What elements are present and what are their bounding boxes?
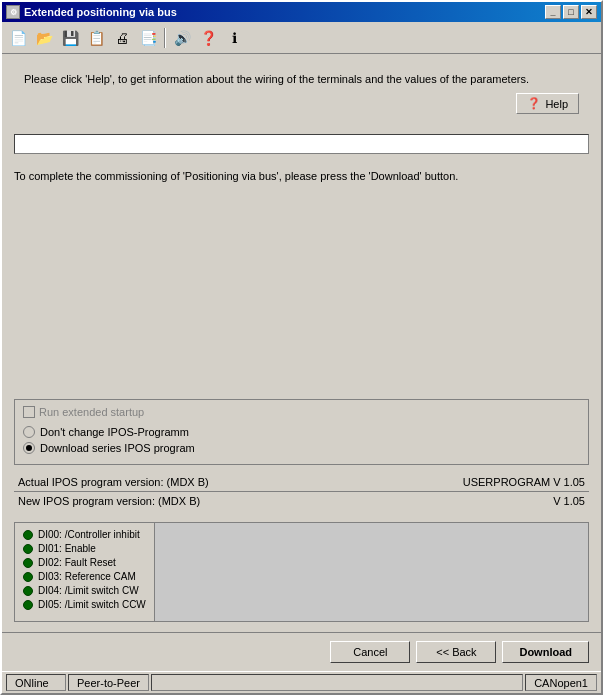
new-button[interactable]: 📄 <box>6 27 30 49</box>
radio-btn-1[interactable] <box>23 426 35 438</box>
help-icon: ❓ <box>527 97 541 110</box>
progress-area <box>14 134 589 154</box>
copy-button[interactable]: 📋 <box>84 27 108 49</box>
status-empty <box>151 674 523 691</box>
maximize-button[interactable]: □ <box>563 5 579 19</box>
led-3 <box>23 572 33 582</box>
radio-label-2: Download series IPOS program <box>40 442 195 454</box>
led-1 <box>23 544 33 554</box>
preview-button[interactable]: 📑 <box>136 27 160 49</box>
save-button[interactable]: 💾 <box>58 27 82 49</box>
status-online: ONline <box>6 674 66 691</box>
options-header: Run extended startup <box>23 406 580 418</box>
toolbar-separator <box>164 28 166 48</box>
radio-option-1[interactable]: Don't change IPOS-Programm <box>23 426 580 438</box>
info-panel: Please click 'Help', to get information … <box>14 64 589 122</box>
dio-panel: DI00: /Controller inhibit DI01: Enable D… <box>14 522 589 622</box>
commission-text: To complete the commissioning of 'Positi… <box>14 170 589 182</box>
help-label: Help <box>545 98 568 110</box>
main-window: ⚙ Extended positioning via bus _ □ ✕ 📄 📂… <box>0 0 603 695</box>
status-canopen: CANopen1 <box>525 674 597 691</box>
led-5 <box>23 600 33 610</box>
dio-item-3: DI03: Reference CAM <box>23 571 146 582</box>
help-toolbar-button[interactable]: ❓ <box>196 27 220 49</box>
ipos-new-label: New IPOS program version: (MDX B) <box>18 495 200 507</box>
dio-label-2: DI02: Fault Reset <box>38 557 116 568</box>
led-2 <box>23 558 33 568</box>
led-4 <box>23 586 33 596</box>
dio-item-0: DI00: /Controller inhibit <box>23 529 146 540</box>
ipos-new-row: New IPOS program version: (MDX B) V 1.05 <box>14 491 589 510</box>
help-button[interactable]: ❓ Help <box>516 93 579 114</box>
radio-label-1: Don't change IPOS-Programm <box>40 426 189 438</box>
back-button[interactable]: << Back <box>416 641 496 663</box>
open-button[interactable]: 📂 <box>32 27 56 49</box>
print-button[interactable]: 🖨 <box>110 27 134 49</box>
info-button[interactable]: ℹ <box>222 27 246 49</box>
startup-checkbox-label: Run extended startup <box>23 406 144 418</box>
main-content: Please click 'Help', to get information … <box>2 54 601 632</box>
app-icon: ⚙ <box>6 5 20 19</box>
title-bar: ⚙ Extended positioning via bus _ □ ✕ <box>2 2 601 22</box>
close-button[interactable]: ✕ <box>581 5 597 19</box>
radio-btn-2[interactable] <box>23 442 35 454</box>
led-0 <box>23 530 33 540</box>
dio-label-1: DI01: Enable <box>38 543 96 554</box>
progress-bar-container <box>14 134 589 154</box>
dio-label-3: DI03: Reference CAM <box>38 571 136 582</box>
dio-item-4: DI04: /Limit switch CW <box>23 585 146 596</box>
options-group: Run extended startup Don't change IPOS-P… <box>14 399 589 465</box>
dio-item-5: DI05: /Limit switch CCW <box>23 599 146 610</box>
startup-label: Run extended startup <box>39 406 144 418</box>
dio-item-1: DI01: Enable <box>23 543 146 554</box>
dio-label-4: DI04: /Limit switch CW <box>38 585 139 596</box>
minimize-button[interactable]: _ <box>545 5 561 19</box>
radio-option-2[interactable]: Download series IPOS program <box>23 442 580 454</box>
startup-checkbox[interactable] <box>23 406 35 418</box>
dio-lights: DI00: /Controller inhibit DI01: Enable D… <box>15 523 154 621</box>
status-bar: ONline Peer-to-Peer CANopen1 <box>2 671 601 693</box>
ipos-panel: Actual IPOS program version: (MDX B) USE… <box>14 473 589 510</box>
download-button[interactable]: Download <box>502 641 589 663</box>
help-btn-row: ❓ Help <box>24 93 579 114</box>
ipos-actual-row: Actual IPOS program version: (MDX B) USE… <box>14 473 589 491</box>
title-bar-left: ⚙ Extended positioning via bus <box>6 5 177 19</box>
spacer <box>14 194 589 387</box>
bottom-bar: Cancel << Back Download <box>2 632 601 671</box>
dio-label-5: DI05: /Limit switch CCW <box>38 599 146 610</box>
ipos-actual-label: Actual IPOS program version: (MDX B) <box>18 476 209 488</box>
audio-button[interactable]: 🔊 <box>170 27 194 49</box>
toolbar: 📄 📂 💾 📋 🖨 📑 🔊 ❓ ℹ <box>2 22 601 54</box>
window-title: Extended positioning via bus <box>24 6 177 18</box>
cancel-button[interactable]: Cancel <box>330 641 410 663</box>
ipos-actual-value: USERPROGRAM V 1.05 <box>463 476 585 488</box>
dio-item-2: DI02: Fault Reset <box>23 557 146 568</box>
ipos-new-value: V 1.05 <box>553 495 585 507</box>
dio-label-0: DI00: /Controller inhibit <box>38 529 140 540</box>
title-bar-controls: _ □ ✕ <box>545 5 597 19</box>
info-text: Please click 'Help', to get information … <box>24 72 579 87</box>
dio-chart <box>154 523 588 621</box>
status-peer: Peer-to-Peer <box>68 674 149 691</box>
